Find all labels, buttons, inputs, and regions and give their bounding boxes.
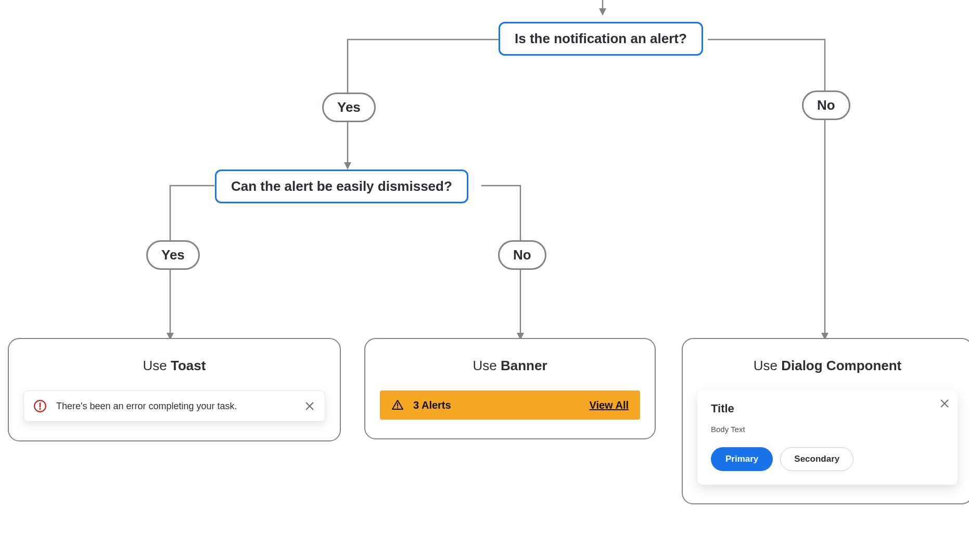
- banner-view-all-link[interactable]: View All: [589, 399, 629, 411]
- question-text: Is the notification an alert?: [515, 31, 687, 46]
- leaf-title: Use Banner: [380, 358, 640, 374]
- svg-marker-3: [344, 162, 351, 170]
- leaf-use-banner: Use Banner 3 Alerts View All: [364, 338, 656, 439]
- toast-message: There's been an error completing your ta…: [56, 401, 295, 412]
- svg-point-12: [39, 408, 41, 410]
- dialog-title: Title: [711, 402, 944, 415]
- error-icon: [33, 399, 47, 413]
- svg-point-16: [397, 407, 398, 408]
- svg-marker-1: [599, 8, 606, 16]
- answer-text: No: [817, 97, 835, 113]
- close-icon[interactable]: [939, 398, 950, 409]
- secondary-button[interactable]: Secondary: [780, 447, 853, 471]
- answer-text: Yes: [337, 99, 361, 115]
- answer-yes-1: Yes: [322, 93, 376, 122]
- answer-yes-2: Yes: [146, 240, 200, 270]
- leaf-title: Use Toast: [23, 358, 325, 374]
- dialog-actions: Primary Secondary: [711, 447, 944, 471]
- question-text: Can the alert be easily dismissed?: [231, 178, 452, 194]
- answer-text: No: [513, 247, 531, 263]
- answer-text: Yes: [161, 247, 185, 263]
- dialog-example: Title Body Text Primary Secondary: [697, 390, 958, 485]
- leaf-use-dialog: Use Dialog Component Title Body Text Pri…: [682, 338, 969, 504]
- toast-example: There's been an error completing your ta…: [23, 390, 325, 422]
- primary-button[interactable]: Primary: [711, 447, 773, 471]
- dialog-body-text: Body Text: [711, 425, 944, 434]
- answer-no-1: No: [802, 90, 850, 120]
- close-icon[interactable]: [304, 400, 315, 412]
- banner-text: 3 Alerts: [413, 399, 580, 411]
- warning-icon: [391, 399, 404, 411]
- answer-no-2: No: [498, 240, 546, 270]
- question-is-alert: Is the notification an alert?: [499, 22, 703, 56]
- question-dismissable: Can the alert be easily dismissed?: [215, 170, 468, 203]
- leaf-title: Use Dialog Component: [697, 358, 958, 374]
- leaf-use-toast: Use Toast There's been an error completi…: [8, 338, 341, 441]
- banner-example: 3 Alerts View All: [380, 390, 640, 420]
